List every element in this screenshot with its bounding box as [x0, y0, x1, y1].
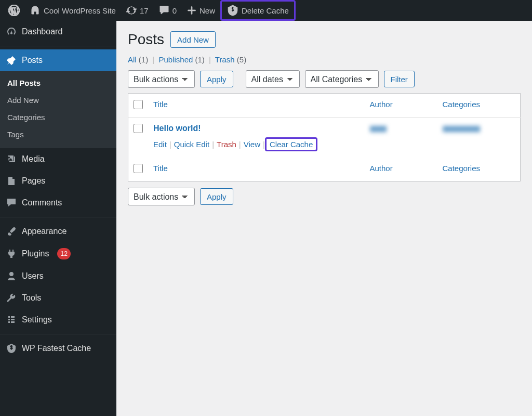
menu-label: Pages — [22, 176, 45, 186]
plugin-icon — [6, 249, 17, 259]
new-link[interactable]: New — [182, 0, 220, 21]
page-body: Posts Add New All (1) | Published (1) | … — [116, 21, 532, 222]
submenu-tags[interactable]: Tags — [0, 126, 116, 143]
user-icon — [6, 271, 17, 281]
apply-button[interactable]: Apply — [200, 71, 233, 87]
table-row: Hello world! Edit| Quick Edit| Trash| Vi… — [128, 118, 521, 158]
menu-label: Settings — [22, 315, 52, 324]
site-name: Cool WordPress Site — [44, 6, 116, 15]
dates-select[interactable]: All dates — [246, 70, 300, 88]
updates-link[interactable]: 17 — [121, 0, 154, 21]
categories-select[interactable]: All Categories — [305, 70, 379, 88]
col-author: Author — [370, 100, 393, 109]
media-icon — [6, 154, 17, 164]
delete-cache-label: Delete Cache — [242, 6, 289, 15]
pages-icon — [6, 176, 17, 186]
menu-label: Users — [22, 271, 44, 281]
comments-icon — [6, 198, 17, 208]
menu-appearance[interactable]: Appearance — [0, 220, 116, 242]
action-clear-cache[interactable]: Clear Cache — [270, 140, 313, 149]
settings-icon — [6, 315, 17, 325]
select-all-checkbox-bottom[interactable] — [134, 164, 143, 173]
plugins-update-badge: 12 — [57, 248, 70, 259]
posts-table: Title Author Categories Hello world! Edi… — [128, 93, 521, 181]
row-checkbox[interactable] — [134, 124, 143, 133]
updates-count: 17 — [140, 6, 149, 15]
wrench-icon — [6, 293, 17, 303]
admin-sidebar: Dashboard Posts All Posts Add New Catego… — [0, 21, 116, 416]
menu-label: Media — [22, 154, 45, 164]
tablenav-top: Bulk actions Apply All dates All Categor… — [128, 70, 521, 88]
col-author: Author — [370, 164, 393, 173]
wp-logo[interactable] — [3, 0, 25, 21]
col-categories: Categories — [443, 100, 481, 109]
delete-cache-link[interactable]: Delete Cache — [220, 0, 296, 21]
posts-submenu: All Posts Add New Categories Tags — [0, 71, 116, 148]
submenu-add-new[interactable]: Add New — [0, 92, 116, 109]
status-filter-links: All (1) | Published (1) | Trash (5) — [128, 55, 521, 64]
categories-cell: ▮▮▮▮▮▮▮▮▮ — [443, 124, 480, 133]
menu-label: Comments — [22, 198, 62, 207]
author-cell: ▮▮▮▮ — [370, 124, 387, 133]
wpfc-icon — [6, 343, 17, 354]
bulk-actions-select-bottom[interactable]: Bulk actions — [128, 188, 195, 205]
bulk-actions-select[interactable]: Bulk actions — [128, 70, 195, 88]
brush-icon — [6, 226, 17, 237]
menu-label: Plugins — [22, 249, 49, 258]
filter-all[interactable]: All — [128, 55, 137, 64]
menu-label: Appearance — [22, 227, 66, 236]
new-label: New — [200, 6, 215, 15]
menu-pages[interactable]: Pages — [0, 170, 116, 192]
filter-trash[interactable]: Trash — [215, 55, 235, 64]
page-title: Posts — [128, 31, 164, 48]
post-title-link[interactable]: Hello world! — [153, 124, 201, 133]
col-categories: Categories — [443, 164, 481, 173]
menu-comments[interactable]: Comments — [0, 192, 116, 214]
comments-count: 0 — [172, 6, 177, 15]
apply-button-bottom[interactable]: Apply — [200, 188, 233, 205]
menu-media[interactable]: Media — [0, 148, 116, 170]
menu-tools[interactable]: Tools — [0, 287, 116, 309]
row-actions: Edit| Quick Edit| Trash| View| Clear Cac… — [153, 137, 360, 151]
menu-settings[interactable]: Settings — [0, 309, 116, 331]
menu-label: Posts — [22, 56, 43, 65]
comments-link[interactable]: 0 — [154, 0, 182, 21]
menu-posts[interactable]: Posts — [0, 49, 116, 71]
col-title[interactable]: Title — [153, 100, 168, 109]
select-all-checkbox[interactable] — [134, 100, 143, 109]
submenu-categories[interactable]: Categories — [0, 109, 116, 126]
filter-published[interactable]: Published — [158, 55, 193, 64]
tablenav-bottom: Bulk actions Apply — [128, 188, 521, 205]
menu-label: Dashboard — [22, 27, 62, 36]
add-new-button[interactable]: Add New — [170, 31, 216, 48]
action-quick-edit[interactable]: Quick Edit — [174, 140, 209, 149]
menu-label: WP Fastest Cache — [22, 344, 91, 353]
col-title[interactable]: Title — [153, 164, 168, 173]
dashboard-icon — [6, 27, 17, 37]
action-view[interactable]: View — [244, 140, 260, 149]
submenu-all-posts[interactable]: All Posts — [0, 74, 116, 92]
menu-separator — [0, 217, 116, 217]
menu-separator — [0, 334, 116, 334]
menu-dashboard[interactable]: Dashboard — [0, 21, 116, 43]
action-edit[interactable]: Edit — [153, 140, 167, 149]
site-link[interactable]: Cool WordPress Site — [25, 0, 121, 21]
action-trash[interactable]: Trash — [217, 140, 236, 149]
menu-plugins[interactable]: Plugins 12 — [0, 242, 116, 265]
menu-separator — [0, 46, 116, 46]
menu-users[interactable]: Users — [0, 265, 116, 287]
filter-button[interactable]: Filter — [384, 71, 415, 87]
admin-toolbar: Cool WordPress Site 17 0 New Delete Cach… — [0, 0, 532, 21]
menu-label: Tools — [22, 293, 41, 303]
pin-icon — [6, 55, 17, 66]
menu-wp-fastest-cache[interactable]: WP Fastest Cache — [0, 337, 116, 359]
